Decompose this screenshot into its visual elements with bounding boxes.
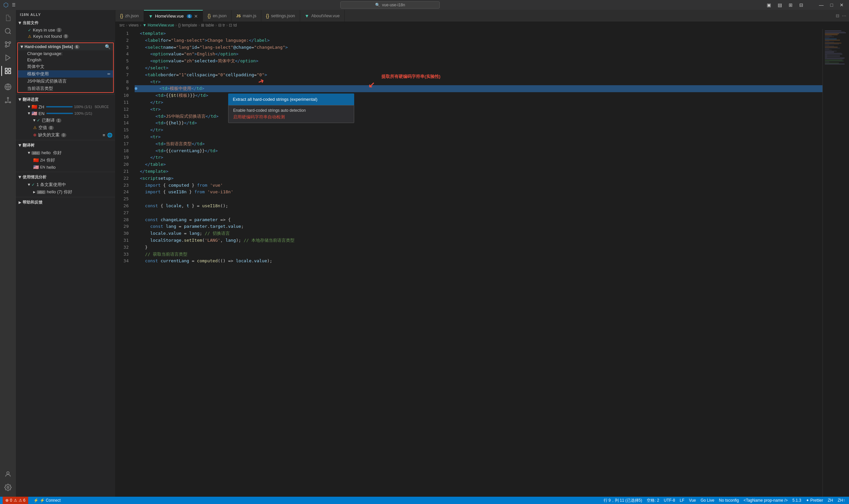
hamburger-menu[interactable]: ☰ <box>12 3 16 7</box>
sidebar: I18N ALLY ▶ 当前文件 ✓ Keys in use 1 ⚠ Keys … <box>16 10 115 497</box>
minimap <box>823 29 849 497</box>
customize-icon[interactable]: ⊟ <box>797 2 805 8</box>
code-editor: 12345 678 9· 1011121314 1516171819 20212… <box>115 29 849 497</box>
breadcrumb-views[interactable]: views <box>129 23 139 28</box>
sidebar-item-hello-zh[interactable]: 🇨🇳 ZH 你好 <box>16 157 115 164</box>
section-translation-tree[interactable]: ▶ 翻译树 <box>16 142 115 149</box>
status-connect[interactable]: ⚡ ⚡ Connect <box>32 498 62 503</box>
section-translation-progress[interactable]: ▶ 翻译进度 <box>16 96 115 104</box>
breadcrumb-table[interactable]: ⊞ table <box>201 23 214 28</box>
status-tagname[interactable]: <TagName prop-name /> <box>742 498 789 503</box>
hello-key: hello 你好 <box>41 150 62 156</box>
tab-homeview-close[interactable]: ✕ <box>194 14 198 19</box>
status-position[interactable]: 行 9，列 11 (已选择5) <box>602 498 644 503</box>
hardcoded-section-header[interactable]: ▶ Hard-coded strings [beta] 6 🔍 <box>18 43 113 50</box>
tab-en-json[interactable]: {} en.json <box>203 10 232 21</box>
status-version[interactable]: 5.1.3 <box>791 498 802 503</box>
status-errors[interactable]: ⊗ 0 ⚠ ⚠ 6 <box>3 497 28 504</box>
sidebar-item-hello-en[interactable]: 🇺🇸 EN hello <box>16 164 115 170</box>
hardcoded-item-3[interactable]: 模板中使用 ✏ <box>18 70 113 77</box>
sidebar-item-hello-tree[interactable]: ▶ abc hello 你好 <box>16 149 115 157</box>
tab-split-icon[interactable]: ⊟ <box>836 13 839 18</box>
tab-homeview-vue[interactable]: ▼ HomeView.vue 6 ✕ <box>144 10 203 21</box>
panel-toggle-icon[interactable]: ▤ <box>776 2 784 8</box>
section-usage-analysis[interactable]: ▶ 使用情况分析 <box>16 174 115 181</box>
maximize-button[interactable]: □ <box>828 2 835 8</box>
sidebar-item-hello-usage[interactable]: ▶ abc hello (7) 你好 <box>16 188 115 196</box>
tooltip-extract-button[interactable]: Extract all hard-coded strings (experime… <box>228 93 354 105</box>
activity-git[interactable] <box>1 93 15 107</box>
layout-icon[interactable]: ⊞ <box>787 2 795 8</box>
hardcoded-item-2[interactable]: 简体中文 <box>18 63 113 70</box>
breadcrumb-template[interactable]: {} template <box>178 23 197 28</box>
activity-scm[interactable] <box>1 38 15 51</box>
section-current-file[interactable]: ▶ 当前文件 <box>16 19 115 27</box>
breadcrumb-td[interactable]: ⊡ td <box>229 23 236 28</box>
breadcrumb-tr[interactable]: ⊟ tr <box>218 23 225 28</box>
hardcoded-item-0[interactable]: Change language: <box>18 50 113 57</box>
zh-status-text: ZH <box>828 498 833 503</box>
breadcrumb-src[interactable]: src <box>120 23 125 28</box>
minimize-button[interactable]: — <box>817 2 826 8</box>
golive-text: Go Live <box>700 498 714 503</box>
zh-progress-text: 100% (1/1) <box>74 105 92 109</box>
sidebar-item-keys-in-use[interactable]: ✓ Keys in use 1 <box>16 27 115 33</box>
activity-settings[interactable] <box>1 481 15 494</box>
sidebar-item-en[interactable]: ▶ 🇺🇸 EN 100% (1/1) <box>16 110 115 117</box>
hardcoded-search-icon[interactable]: 🔍 <box>105 44 110 49</box>
title-search[interactable]: 🔍 vue-use-i18n <box>340 1 440 8</box>
status-zh[interactable]: ZH <box>827 498 834 503</box>
hardcoded-item-5-label: 当前语言类型 <box>27 86 53 91</box>
status-tsconfig[interactable]: No tsconfig <box>718 498 740 503</box>
en-flag: 🇺🇸 <box>32 111 37 116</box>
status-golive[interactable]: Go Live <box>699 498 715 503</box>
tagname-text: <TagName prop-name /> <box>743 498 788 503</box>
tab-more-button[interactable]: ⊟ ⋯ <box>833 10 849 21</box>
tab-overflow-icon[interactable]: ⋯ <box>842 13 846 18</box>
missing-globe-icon[interactable]: 🌐 <box>107 133 112 138</box>
missing-list-icon[interactable]: ≡ <box>103 133 105 138</box>
activity-run[interactable] <box>1 51 15 64</box>
status-encoding[interactable]: UTF-8 <box>663 498 676 503</box>
sidebar-item-missing[interactable]: ⊗ 缺失的文案 0 ≡ 🌐 <box>16 131 115 139</box>
sidebar-item-empty[interactable]: ⚠ 空值 0 <box>16 124 115 131</box>
close-button[interactable]: ✕ <box>838 2 846 8</box>
hardcoded-item-1[interactable]: English <box>18 57 113 63</box>
status-prettier[interactable]: ✦ Prettier <box>805 498 825 503</box>
chevron-en: ▶ <box>28 112 31 115</box>
sidebar-item-keys-not-found[interactable]: ⚠ Keys not found 0 <box>16 33 115 39</box>
missing-error-icon: ⊗ <box>33 133 36 137</box>
line-ending-text: LF <box>680 498 685 503</box>
sidebar-item-zh[interactable]: ▶ 🇨🇳 ZH 100% (1/1) SOURCE <box>16 104 115 110</box>
line-numbers: 12345 678 9· 1011121314 1516171819 20212… <box>115 29 132 497</box>
activity-search[interactable] <box>1 24 15 38</box>
sidebar-item-in-use[interactable]: ▶ ✓ 1 条文案使用中 <box>16 181 115 188</box>
hardcoded-item-5[interactable]: 当前语言类型 <box>18 85 113 92</box>
status-spaces[interactable]: 空格: 2 <box>645 498 660 503</box>
activity-account[interactable] <box>1 468 15 481</box>
sidebar-item-translated[interactable]: ▶ ✓ 已翻译 1 <box>16 117 115 124</box>
breadcrumb-homeview[interactable]: ▼ HomeView.vue <box>143 23 174 28</box>
status-zh-locale[interactable]: ZH↑ <box>836 498 846 503</box>
hardcoded-item-4[interactable]: JS中响应式切换语言 <box>18 77 113 85</box>
activity-extensions[interactable] <box>1 64 15 77</box>
position-text: 行 9，列 11 (已选择5) <box>603 498 643 503</box>
connect-label: ⚡ Connect <box>40 498 61 503</box>
tab-aboutview-vue[interactable]: ▼ AboutView.vue <box>300 10 345 21</box>
status-line-ending[interactable]: LF <box>679 498 686 503</box>
edit-icon[interactable]: ✏ <box>107 72 110 76</box>
code-line-15: </tr> <box>134 127 823 133</box>
svg-rect-8 <box>5 72 7 74</box>
activity-explorer[interactable] <box>1 11 15 24</box>
tab-zh-json[interactable]: {} zh.json <box>115 10 144 21</box>
tab-settings-json[interactable]: {} settings.json <box>261 10 300 21</box>
section-help[interactable]: ▶ 帮助和反馈 <box>16 199 115 206</box>
version-text: 5.1.3 <box>792 498 801 503</box>
tab-main-js[interactable]: JS main.js <box>232 10 261 21</box>
activity-bar <box>0 10 16 497</box>
sidebar-toggle-icon[interactable]: ▣ <box>765 2 773 8</box>
status-language[interactable]: Vue <box>688 498 698 503</box>
code-line-23: import { computed } from 'vue' <box>134 182 823 189</box>
activity-i18n[interactable] <box>1 80 15 93</box>
in-use-label: 1 条文案使用中 <box>36 182 66 188</box>
